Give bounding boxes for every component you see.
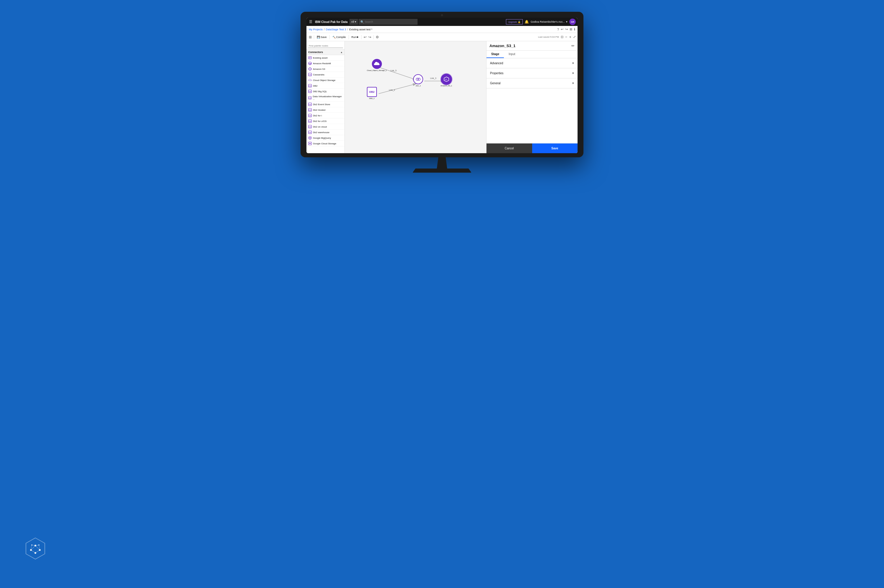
breadcrumb-help-btn[interactable]: ? xyxy=(557,28,559,31)
toolbar-redo-btn[interactable]: ↪ xyxy=(368,34,372,40)
user-menu[interactable]: Godiva Reisenbichler's Acc... ▾ xyxy=(531,20,567,23)
db2-big-sql-icon: DB xyxy=(308,90,312,93)
ibm-logo-container xyxy=(24,537,47,561)
palette-search-input[interactable] xyxy=(308,44,343,48)
hamburger-button[interactable]: ☰ xyxy=(308,20,313,24)
accordion-properties-title: Properties xyxy=(490,72,504,75)
toolbar-right: Last saved 5:04 PM ⊡ − + ⤢ xyxy=(538,35,576,39)
toolbar-grid-btn[interactable]: ⊞ xyxy=(308,34,312,40)
list-item[interactable]: DB Db2 Hosted xyxy=(306,107,344,113)
svg-point-38 xyxy=(418,78,420,80)
upgrade-button[interactable]: Upgrade 🔒 xyxy=(506,19,523,24)
list-item[interactable]: S3 Amazon S3 xyxy=(306,66,344,72)
properties-title: Amazon_S3_1 xyxy=(489,44,515,48)
accordion-advanced: Advanced ▾ xyxy=(486,58,578,68)
db2-node-label: DB2_1 xyxy=(369,98,375,99)
svg-line-50 xyxy=(31,550,35,553)
breadcrumb-redo-btn[interactable]: ↪ xyxy=(565,27,568,31)
accordion-properties-header[interactable]: Properties ▾ xyxy=(486,68,578,78)
toolbar-sep4 xyxy=(361,35,362,39)
properties-tabs: Stage Input xyxy=(486,51,578,58)
list-item[interactable]: DB DB2 Big SQL xyxy=(306,88,344,94)
svg-text:DB: DB xyxy=(309,104,311,105)
accordion-general-title: General xyxy=(490,82,501,85)
palette-section-header[interactable]: Connectors ▲ xyxy=(306,50,344,55)
list-item[interactable]: DB DB2 xyxy=(306,83,344,88)
user-avatar[interactable]: GR xyxy=(569,18,576,25)
list-item[interactable]: Existing asset xyxy=(306,55,344,61)
action-save-btn[interactable]: Save xyxy=(532,144,578,153)
list-item[interactable]: DB Db2 for z/OS xyxy=(306,118,344,124)
palette-section-chevron: ▲ xyxy=(340,51,343,54)
toolbar-save-btn[interactable]: 💾 Save xyxy=(315,35,328,39)
cloud-object-storage-node-label: Cloud_Object_Storage_1 xyxy=(367,69,387,71)
search-input[interactable] xyxy=(365,20,416,23)
accordion-advanced-header[interactable]: Advanced ▾ xyxy=(486,58,578,68)
notification-button[interactable]: 🔔 xyxy=(524,20,529,24)
breadcrumb-undo-btn[interactable]: ↩ xyxy=(561,27,563,31)
canvas-node-cloud-object-storage[interactable]: Cloud_Object_Storage_1 xyxy=(367,59,387,71)
list-item[interactable]: Google Cloud Storage xyxy=(306,141,344,146)
list-item[interactable]: Cloud Object Storage xyxy=(306,78,344,83)
breadcrumb-test-link[interactable]: DataStage Test 3 xyxy=(326,28,346,31)
svg-text:DB: DB xyxy=(309,120,311,122)
breadcrumb-info-btn[interactable]: ℹ xyxy=(574,27,575,31)
properties-body: Advanced ▾ Properties ▾ xyxy=(486,58,578,143)
db2-icon: DB xyxy=(308,84,312,87)
svg-text:DB: DB xyxy=(309,74,311,76)
toolbar-zoom-out-btn[interactable]: − xyxy=(565,35,567,39)
list-item[interactable]: DB Db2 warehouse xyxy=(306,130,344,135)
action-bar: Cancel Save xyxy=(486,143,578,153)
action-cancel-btn[interactable]: Cancel xyxy=(486,144,532,153)
toolbar-run-btn[interactable]: Run ▶ xyxy=(350,35,360,39)
properties-panel: Amazon_S3_1 ✏ Stage Input xyxy=(486,41,578,153)
list-item[interactable]: DB Data Virtualization Manager ... xyxy=(306,94,344,102)
list-item[interactable]: Google BigQuery xyxy=(306,135,344,141)
db2-warehouse-icon: DB xyxy=(308,130,312,134)
tab-stage[interactable]: Stage xyxy=(486,51,504,58)
breadcrumb-projects-link[interactable]: My Projects xyxy=(309,28,323,31)
list-item[interactable]: DB Db2 Event Store xyxy=(306,102,344,107)
svg-point-30 xyxy=(309,143,311,144)
list-item[interactable]: DB Db2 for i xyxy=(306,113,344,118)
cassandra-icon: DB xyxy=(308,73,312,76)
toolbar-undo-btn[interactable]: ↩ xyxy=(363,34,367,40)
canvas-node-join[interactable]: Join_1 xyxy=(413,74,423,87)
list-item[interactable]: DB Db2 on cloud xyxy=(306,124,344,130)
breadcrumb-current: Existing asset test * xyxy=(349,28,372,31)
cloud-object-storage-icon xyxy=(308,78,312,82)
monitor-bezel: ☰ IBM Cloud Pak for Data All ▾ 🔍 Upgrad xyxy=(300,12,584,157)
toolbar-settings-btn[interactable]: ⚙ xyxy=(375,34,380,40)
svg-line-33 xyxy=(379,84,416,94)
db2-node-icon: DB2 xyxy=(367,87,377,97)
breadcrumb-right-actions: ? ↩ ↪ ⊞ ℹ xyxy=(557,27,575,31)
svg-text:DB: DB xyxy=(309,85,311,87)
svg-text:Link_2: Link_2 xyxy=(389,89,395,92)
toolbar-zoom-fit-btn[interactable]: ⊡ xyxy=(561,35,563,39)
toolbar-compile-btn[interactable]: 🔨 Compile xyxy=(331,35,347,39)
list-item[interactable]: DB Amazon Redshift xyxy=(306,61,344,66)
amazon-s3-icon: S3 xyxy=(308,67,312,71)
accordion-advanced-chevron: ▾ xyxy=(572,61,574,65)
list-item[interactable]: DB Cassandra xyxy=(306,72,344,78)
palette-sidebar: Connectors ▲ Existing asset xyxy=(306,41,345,153)
properties-edit-btn[interactable]: ✏ xyxy=(571,44,575,48)
toolbar-fullscreen-btn[interactable]: ⤢ xyxy=(573,35,576,39)
toolbar-sep5 xyxy=(373,35,374,39)
webcam-dot xyxy=(441,14,443,16)
canvas-node-db2[interactable]: DB2 DB2_1 xyxy=(367,87,377,99)
toolbar: ⊞ 💾 Save 🔨 Compile Run ▶ ↩ ↪ xyxy=(306,33,578,41)
canvas-node-amazon-s3[interactable]: S3 Amazon_S3_1 xyxy=(441,74,452,87)
monitor-screen: ☰ IBM Cloud Pak for Data All ▾ 🔍 Upgrad xyxy=(306,18,578,153)
accordion-general-header[interactable]: General ▾ xyxy=(486,78,578,88)
search-all-dropdown[interactable]: All ▾ xyxy=(350,19,358,25)
toolbar-zoom-in-btn[interactable]: + xyxy=(569,35,571,39)
breadcrumb-grid-btn[interactable]: ⊞ xyxy=(570,27,572,31)
amazon-redshift-icon: DB xyxy=(308,62,312,65)
search-box[interactable]: 🔍 xyxy=(359,19,417,25)
search-area: All ▾ 🔍 xyxy=(350,19,504,25)
canvas-area[interactable]: Link_5 Link_2 Link_3 xyxy=(345,41,486,153)
svg-text:DB: DB xyxy=(309,91,311,93)
flow-svg: Link_5 Link_2 Link_3 xyxy=(345,41,486,153)
tab-input[interactable]: Input xyxy=(504,51,520,58)
